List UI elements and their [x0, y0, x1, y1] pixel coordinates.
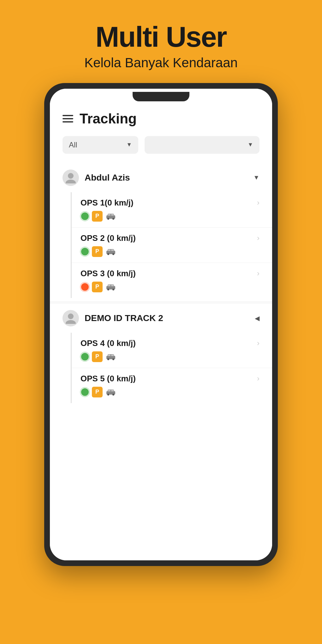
filter-1-label: All	[69, 140, 77, 149]
dropdown-arrow-1: ▼	[126, 141, 132, 148]
vehicle-5-name: OPS 5 (0 km/j)	[80, 374, 136, 384]
svg-rect-18	[108, 285, 110, 286]
vehicle-1-chevron: ›	[257, 198, 259, 207]
user-2-name: DEMO ID TRACK 2	[85, 313, 249, 323]
svg-point-0	[68, 173, 74, 179]
svg-point-31	[112, 394, 114, 396]
svg-point-30	[107, 394, 109, 396]
page-header: Multi User Kelola Banyak Kendaraan	[84, 0, 238, 83]
vehicle-5-chevron: ›	[257, 374, 259, 383]
car-svg-3	[106, 283, 116, 290]
svg-point-10	[107, 253, 109, 255]
parking-badge-3: P	[92, 282, 103, 292]
vehicle-item-2[interactable]: OPS 2 (0 km/j) › P	[72, 228, 272, 263]
svg-rect-13	[111, 249, 114, 251]
status-dot-green-5	[80, 388, 89, 397]
vehicle-4-name: OPS 4 (0 km/j)	[80, 338, 136, 348]
svg-rect-6	[108, 214, 110, 216]
status-bar	[50, 89, 272, 104]
svg-rect-33	[111, 390, 114, 391]
car-icon-2	[105, 247, 116, 256]
car-svg-5	[106, 389, 116, 396]
user-2-vehicles: OPS 4 (0 km/j) › P	[71, 333, 272, 403]
status-dot-green	[80, 212, 89, 221]
menu-bar-1	[63, 115, 73, 116]
page-subtitle: Kelola Banyak Kendaraan	[84, 55, 238, 70]
car-icon-4	[105, 352, 116, 361]
app-header: Tracking	[50, 104, 272, 133]
content-list: Abdul Azis ▼ OPS 1(0 km/j) ›	[50, 160, 272, 560]
svg-point-21	[66, 320, 76, 324]
svg-rect-12	[108, 249, 110, 251]
person-icon	[66, 172, 76, 183]
svg-point-4	[107, 218, 109, 220]
vehicle-4-chevron: ›	[257, 339, 259, 348]
svg-rect-26	[108, 355, 110, 356]
svg-rect-19	[111, 285, 114, 286]
status-dot-orange	[80, 283, 89, 291]
svg-point-25	[112, 358, 114, 360]
filter-dropdown-1[interactable]: All ▼	[63, 136, 138, 154]
filter-row: All ▼ ▼	[50, 133, 272, 160]
vehicle-item-3[interactable]: OPS 3 (0 km/j) › P	[72, 263, 272, 298]
user-1-name: Abdul Azis	[85, 173, 247, 183]
notch	[133, 92, 189, 101]
user-group-1: Abdul Azis ▼ OPS 1(0 km/j) ›	[50, 163, 272, 298]
car-svg	[106, 213, 116, 220]
vehicle-3-name: OPS 3 (0 km/j)	[80, 269, 136, 278]
vehicle-2-chevron: ›	[257, 234, 259, 242]
svg-rect-7	[111, 214, 114, 216]
status-dot-green-2	[80, 247, 89, 256]
person-icon-2	[66, 313, 76, 324]
user-avatar-1	[63, 170, 79, 186]
vehicle-item-4[interactable]: OPS 4 (0 km/j) › P	[72, 333, 272, 368]
svg-point-5	[112, 218, 114, 220]
svg-point-17	[112, 289, 114, 290]
svg-point-1	[66, 180, 76, 183]
car-icon-1	[105, 212, 116, 221]
vehicle-1-icons: P	[80, 211, 259, 222]
parking-badge-4: P	[92, 351, 103, 362]
car-svg-2	[106, 248, 116, 255]
vehicle-3-icons: P	[80, 282, 259, 292]
svg-point-24	[107, 358, 109, 360]
user-1-vehicles: OPS 1(0 km/j) › P	[71, 192, 272, 298]
user-avatar-2	[63, 310, 79, 326]
parking-badge-1: P	[92, 211, 103, 222]
menu-bar-2	[63, 118, 73, 119]
vehicle-item-5[interactable]: OPS 5 (0 km/j) › P	[72, 368, 272, 403]
vehicle-4-icons: P	[80, 351, 259, 362]
user-header-2[interactable]: DEMO ID TRACK 2 ◀	[50, 304, 272, 333]
menu-bar-3	[63, 121, 73, 122]
svg-rect-32	[108, 390, 110, 391]
menu-button[interactable]	[63, 115, 73, 122]
car-icon-3	[105, 283, 116, 291]
vehicle-2-name: OPS 2 (0 km/j)	[80, 233, 136, 243]
dropdown-arrow-2: ▼	[247, 141, 253, 148]
app-title: Tracking	[80, 111, 137, 127]
svg-point-20	[68, 313, 74, 319]
svg-point-11	[112, 253, 114, 255]
parking-badge-5: P	[92, 387, 103, 397]
page-title: Multi User	[84, 22, 238, 52]
vehicle-5-icons: P	[80, 387, 259, 397]
svg-point-16	[107, 289, 109, 290]
svg-rect-27	[111, 355, 114, 356]
user-group-2: DEMO ID TRACK 2 ◀ OPS 4 (0 km/j) ›	[50, 304, 272, 403]
vehicle-item-1[interactable]: OPS 1(0 km/j) › P	[72, 192, 272, 228]
vehicle-2-icons: P	[80, 246, 259, 257]
status-dot-green-4	[80, 352, 89, 361]
car-svg-4	[106, 353, 116, 360]
filter-dropdown-2[interactable]: ▼	[145, 136, 259, 154]
user-1-arrow: ▼	[253, 174, 259, 181]
vehicle-3-chevron: ›	[257, 269, 259, 278]
group-divider	[50, 301, 272, 304]
user-2-arrow: ◀	[255, 314, 259, 322]
vehicle-1-name: OPS 1(0 km/j)	[80, 198, 134, 208]
parking-badge-2: P	[92, 246, 103, 257]
car-icon-5	[105, 388, 116, 397]
user-header-1[interactable]: Abdul Azis ▼	[50, 163, 272, 192]
phone-mockup: Tracking All ▼ ▼	[44, 83, 278, 566]
